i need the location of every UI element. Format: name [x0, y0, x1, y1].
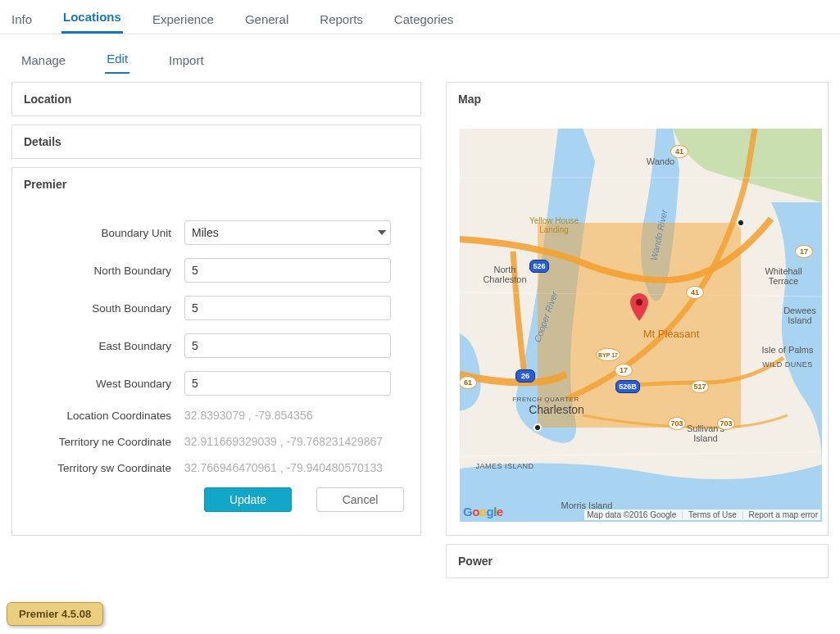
location-pin-icon [630, 293, 648, 321]
map-label-wild-dunes: WILD DUNES [762, 360, 813, 369]
territory-ne-dot-icon [737, 219, 745, 227]
panel-map-header: Map [447, 83, 828, 115]
boundary-unit-select[interactable]: Miles [184, 220, 391, 245]
territory-ne-value: 32.911669329039 , -79.768231429867 [184, 435, 383, 448]
route-shield-526b-icon: 526B [615, 380, 640, 393]
panel-location-header: Location [12, 83, 420, 115]
south-boundary-input[interactable] [184, 296, 391, 320]
route-shield-us41b-icon: 41 [686, 286, 704, 299]
panel-premier-header: Premier [12, 168, 420, 201]
svg-point-1 [636, 299, 642, 306]
map-report-link[interactable]: Report a map error [749, 510, 818, 519]
version-badge: Premier 4.5.08 [7, 602, 103, 611]
territory-ne-label: Territory ne Coordinate [29, 436, 184, 448]
map-label-charleston: Charleston [529, 403, 584, 416]
map-label-yellow-house: Yellow House Landing [529, 216, 579, 234]
north-boundary-input[interactable] [184, 258, 391, 283]
tab-general[interactable]: General [243, 4, 290, 34]
panel-location: Location [11, 82, 421, 116]
google-logo-icon: Google [463, 505, 503, 519]
map-label-mt-pleasant: Mt Pleasant [643, 328, 700, 340]
top-tab-nav: Info Locations Experience General Report… [0, 0, 840, 34]
panel-power-header: Power [447, 545, 828, 577]
tab-info[interactable]: Info [10, 4, 34, 34]
territory-sw-label: Territory sw Coordinate [29, 462, 184, 474]
map-label-north-charleston: North Charleston [483, 265, 526, 284]
west-boundary-input[interactable] [184, 371, 391, 396]
territory-sw-value: 32.766946470961 , -79.940480570133 [184, 461, 383, 474]
map-label-wando: Wando [647, 156, 674, 166]
west-boundary-label: West Boundary [29, 378, 184, 390]
panel-map: Map [446, 82, 829, 536]
tab-reports[interactable]: Reports [318, 4, 365, 34]
route-shield-i526-icon: 526 [529, 260, 549, 273]
east-boundary-label: East Boundary [29, 340, 184, 352]
map-label-iop: Isle of Palms [762, 345, 814, 355]
route-shield-sc703a-icon: 703 [668, 417, 686, 430]
tab-categories[interactable]: Categories [393, 4, 456, 34]
east-boundary-input[interactable] [184, 333, 391, 358]
south-boundary-label: South Boundary [29, 302, 184, 315]
route-shield-us41a-icon: 41 [670, 145, 688, 158]
tab-locations[interactable]: Locations [61, 2, 123, 34]
route-shield-sc61-icon: 61 [460, 376, 477, 389]
map-data-text: Map data ©2016 Google [587, 510, 676, 519]
boundary-unit-label: Boundary Unit [29, 227, 184, 239]
route-shield-us17a-icon: 17 [795, 245, 813, 258]
map-canvas[interactable]: Charleston North Charleston Mt Pleasant … [460, 129, 822, 522]
route-shield-sc517-icon: 517 [691, 380, 709, 393]
location-coords-value: 32.8393079 , -79.854356 [184, 409, 312, 422]
territory-sw-dot-icon [534, 423, 542, 432]
panel-power: Power [446, 544, 829, 578]
cancel-button[interactable]: Cancel [316, 487, 404, 512]
map-attribution: Map data ©2016 Google | Terms of Use | R… [584, 509, 820, 520]
map-label-french: FRENCH QUARTER [512, 396, 579, 403]
map-terms-link[interactable]: Terms of Use [688, 510, 737, 519]
subtab-manage[interactable]: Manage [20, 53, 67, 74]
route-shield-sc703b-icon: 703 [717, 417, 735, 430]
north-boundary-label: North Boundary [29, 265, 184, 277]
map-label-james: JAMES ISLAND [475, 462, 534, 470]
panel-details-header: Details [12, 125, 420, 158]
panel-details: Details [11, 125, 421, 159]
panel-premier: Premier Boundary Unit Miles [11, 167, 421, 536]
map-label-dewees: Dewees Island [783, 306, 816, 325]
route-shield-i26-icon: 26 [515, 369, 535, 383]
route-shield-us17b-icon: 17 [615, 364, 633, 377]
location-coords-label: Location Coordinates [29, 410, 184, 422]
sub-tab-nav: Manage Edit Import [0, 34, 840, 74]
update-button[interactable]: Update [204, 487, 292, 512]
tab-experience[interactable]: Experience [151, 4, 216, 34]
route-shield-byp17-icon: BYP 17 [596, 348, 620, 361]
subtab-import[interactable]: Import [167, 53, 206, 74]
subtab-edit[interactable]: Edit [105, 52, 129, 74]
map-label-whitehall: Whitehall Terrace [765, 266, 801, 286]
